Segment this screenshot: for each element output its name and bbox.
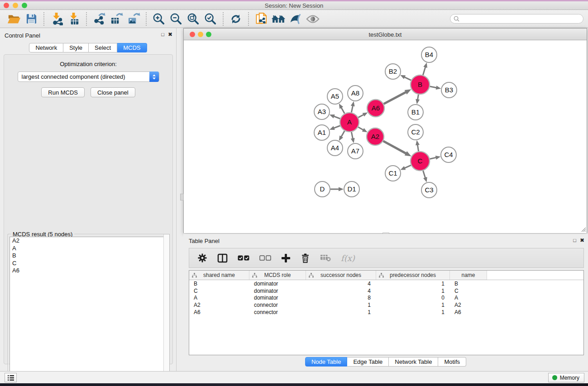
node-label-A8: A8 — [351, 89, 359, 97]
column-header-predecessor-nodes[interactable]: predecessor nodes — [376, 271, 450, 280]
criterion-dropdown[interactable]: largest connected component (directed) — [18, 71, 159, 82]
column-header-successor-nodes[interactable]: successor nodes — [306, 271, 376, 280]
memory-button[interactable]: Memory — [548, 373, 584, 382]
float-panel-icon[interactable]: □ — [161, 31, 164, 38]
network-canvas[interactable]: B4B2BB3A5A8A6B1A3AC2A1A2A4A7C4CC1DD1C3 — [184, 40, 587, 233]
table-panel-title: Table Panel — [189, 238, 220, 244]
network-graph[interactable]: B4B2BB3A5A8A6B1A3AC2A1A2A4A7C4CC1DD1C3 — [184, 40, 587, 233]
node-label-B3: B3 — [445, 86, 453, 94]
edge-A6-B[interactable] — [384, 91, 407, 104]
home-icon[interactable] — [270, 12, 287, 26]
table-row[interactable]: A6connector11A6 — [189, 309, 583, 316]
show-hide-eye-icon[interactable] — [304, 12, 321, 26]
result-item[interactable]: B — [10, 252, 167, 260]
arrowhead-A6-B — [405, 89, 411, 94]
node-label-A5: A5 — [331, 92, 339, 100]
import-table-icon[interactable] — [65, 12, 82, 26]
select-all-columns-icon[interactable] — [238, 255, 249, 261]
desktop-edge-strip — [0, 0, 588, 1]
refresh-layout-icon[interactable] — [227, 12, 244, 26]
tab-mcds[interactable]: MCDS — [117, 43, 147, 52]
cell-mcds-role: dominator — [249, 295, 306, 301]
result-item[interactable]: C — [10, 260, 167, 267]
control-panel-title: Control Panel — [5, 32, 40, 39]
zoom-out-icon[interactable] — [167, 12, 185, 26]
edge-A2-C[interactable] — [383, 141, 407, 154]
cell-successor-nodes: 8 — [306, 295, 376, 301]
tab-edge-table[interactable]: Edge Table — [347, 357, 389, 367]
memory-label: Memory — [560, 375, 579, 381]
table-row[interactable]: Adominator80A — [189, 295, 583, 302]
delete-column-trash-icon[interactable] — [301, 253, 310, 263]
tab-network[interactable]: Network — [29, 43, 63, 52]
import-network-icon[interactable] — [48, 12, 65, 26]
tab-node-table[interactable]: Node Table — [305, 357, 348, 367]
settings-gear-icon[interactable] — [197, 253, 207, 263]
node-label-A2: A2 — [371, 133, 379, 140]
node-label-A7: A7 — [351, 147, 359, 155]
search-input[interactable] — [459, 16, 573, 22]
toolbar-search-box[interactable] — [450, 14, 583, 24]
open-session-icon[interactable] — [5, 12, 23, 26]
run-mcds-button[interactable]: Run MCDS — [41, 87, 85, 97]
export-network-icon[interactable] — [91, 12, 108, 26]
column-header-mcds-role[interactable]: MCDS role — [249, 271, 306, 280]
toolbar-separator — [248, 12, 249, 26]
arrowhead-A-A3 — [330, 114, 335, 118]
zoom-selected-icon[interactable] — [202, 12, 219, 26]
tab-motifs[interactable]: Motifs — [438, 357, 466, 367]
cell-mcds-role: connector — [249, 302, 306, 308]
result-item[interactable]: A2 — [10, 237, 167, 245]
column-header-name[interactable]: name — [450, 271, 487, 280]
cell-shared-name: A6 — [189, 309, 249, 315]
export-image-icon[interactable] — [125, 12, 142, 26]
table-row[interactable]: Bdominator41B — [189, 280, 583, 287]
table-row[interactable]: A2connector11A2 — [189, 301, 583, 309]
column-header-shared-name[interactable]: shared name — [189, 271, 249, 280]
window-title: Session: New Session — [0, 2, 588, 9]
control-panel: Control Panel □ ✖ NetworkStyleSelectMCDS… — [0, 28, 177, 371]
main-toolbar — [0, 10, 588, 28]
cell-successor-nodes: 4 — [306, 288, 376, 294]
close-panel-button[interactable]: Close panel — [91, 87, 135, 97]
tab-network-table[interactable]: Network Table — [389, 357, 438, 367]
deselect-all-columns-icon[interactable] — [259, 255, 271, 261]
float-table-panel-icon[interactable]: □ — [573, 237, 576, 243]
tab-select[interactable]: Select — [89, 43, 117, 52]
close-table-panel-icon[interactable]: ✖ — [580, 237, 584, 243]
new-network-clone-icon[interactable] — [253, 12, 270, 26]
export-table-icon[interactable] — [108, 12, 125, 26]
split-table-icon[interactable] — [217, 253, 228, 263]
cell-shared-name: B — [189, 281, 249, 287]
close-panel-icon[interactable]: ✖ — [168, 31, 172, 38]
arrowhead-A-A7 — [351, 138, 355, 143]
result-item[interactable]: A6 — [10, 267, 167, 275]
node-table[interactable]: shared nameMCDS rolesuccessor nodesprede… — [189, 270, 584, 355]
show-panels-list-button[interactable] — [5, 373, 17, 382]
result-item[interactable]: A — [10, 245, 167, 253]
arrowhead-C-C3 — [423, 177, 427, 182]
app-titlebar: Session: New Session — [0, 0, 588, 10]
cell-shared-name: A2 — [189, 302, 249, 308]
zoom-in-icon[interactable] — [150, 12, 167, 26]
save-session-icon[interactable] — [23, 12, 40, 26]
table-row[interactable]: Cdominator41C — [189, 287, 583, 295]
node-label-A: A — [347, 118, 352, 126]
cell-name: C — [450, 288, 487, 294]
edge-B-B4[interactable] — [423, 66, 425, 75]
network-window-titlebar[interactable]: testGlobe.txt — [184, 29, 587, 40]
node-label-B: B — [418, 81, 422, 88]
tab-style[interactable]: Style — [63, 43, 89, 52]
node-table-body: Bdominator41BCdominator41CAdominator80AA… — [189, 280, 583, 316]
mcds-result-list[interactable]: A2ABCA6 — [10, 237, 168, 386]
zoom-fit-icon[interactable] — [185, 12, 202, 26]
result-list-scrollbar[interactable] — [163, 234, 169, 386]
arrowhead-C-C1 — [400, 166, 406, 170]
vertical-splitter-handle[interactable] — [180, 194, 184, 200]
hide-graphics-details-icon[interactable] — [287, 12, 304, 26]
delete-table-icon — [320, 254, 331, 262]
window-resize-grip[interactable] — [580, 226, 586, 232]
add-column-icon[interactable] — [281, 253, 291, 263]
toolbar-separator — [86, 12, 87, 26]
node-label-A4: A4 — [331, 144, 339, 152]
